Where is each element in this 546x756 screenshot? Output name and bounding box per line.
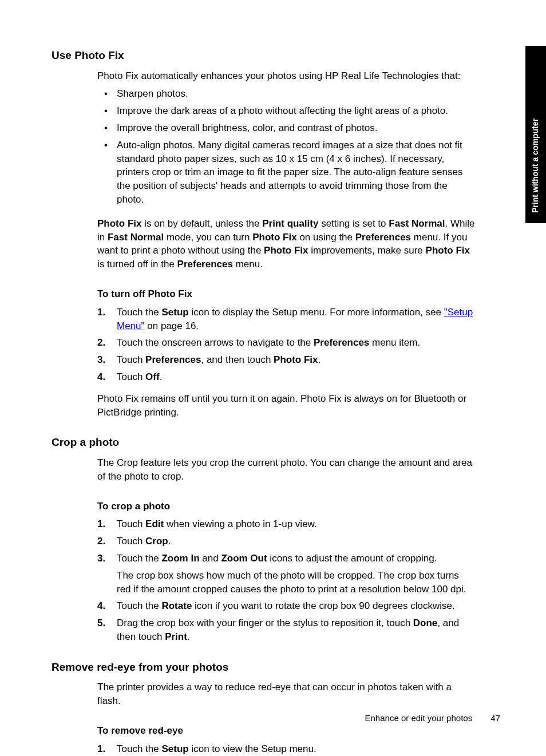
section-crop-photo: Crop a photo The Crop feature lets you c… — [52, 435, 475, 643]
subhead-to-remove-redeye: To remove red-eye — [97, 724, 475, 738]
page-content: Use Photo Fix Photo Fix automatically en… — [0, 0, 509, 756]
step-item: Drag the crop box with your finger or th… — [97, 616, 475, 644]
step-item: Touch the Setup icon to display the Setu… — [97, 306, 475, 333]
photofix-steps: Touch the Setup icon to display the Setu… — [97, 306, 475, 384]
list-item: Auto-align photos. Many digital cameras … — [97, 138, 475, 207]
step-item: Touch the onscreen arrows to navigate to… — [97, 336, 475, 350]
step-item: Touch Edit when viewing a photo in 1-up … — [97, 517, 475, 531]
list-item: Improve the overall brightness, color, a… — [97, 121, 475, 135]
photofix-remains-off-note: Photo Fix remains off until you turn it … — [97, 392, 475, 419]
step-item: Touch Preferences, and then touch Photo … — [97, 353, 475, 367]
subhead-to-crop: To crop a photo — [97, 500, 475, 513]
subhead-turn-off-photofix: To turn off Photo Fix — [97, 287, 475, 301]
step-item: Touch Crop. — [97, 535, 475, 548]
footer-page-number: 47 — [490, 713, 500, 723]
page-footer: Enhance or edit your photos 47 — [365, 712, 500, 724]
step-item: Touch Off. — [97, 370, 475, 384]
photofix-default-note: Photo Fix is on by default, unless the P… — [97, 217, 475, 271]
crop-box-note: The crop box shows how much of the photo… — [117, 569, 475, 596]
chapter-tab: Print without a computer — [525, 46, 546, 223]
step-item: Touch the Zoom In and Zoom Out icons to … — [97, 552, 475, 596]
section-use-photo-fix: Use Photo Fix Photo Fix automatically en… — [52, 48, 475, 419]
crop-steps: Touch Edit when viewing a photo in 1-up … — [97, 517, 475, 643]
crop-intro: The Crop feature lets you crop the curre… — [97, 456, 475, 484]
heading-crop-photo: Crop a photo — [52, 435, 475, 450]
heading-remove-redeye: Remove red-eye from your photos — [52, 660, 475, 675]
step-item: Touch the Setup icon to view the Setup m… — [97, 742, 475, 756]
redeye-steps: Touch the Setup icon to view the Setup m… — [97, 742, 475, 756]
photofix-bullet-list: Sharpen photos. Improve the dark areas o… — [97, 87, 475, 206]
photofix-intro: Photo Fix automatically enhances your ph… — [97, 69, 475, 83]
section-remove-redeye: Remove red-eye from your photos The prin… — [52, 660, 475, 756]
step-item: Touch the Rotate icon if you want to rot… — [97, 599, 475, 613]
list-item: Sharpen photos. — [97, 87, 475, 101]
footer-title: Enhance or edit your photos — [365, 713, 473, 723]
heading-use-photo-fix: Use Photo Fix — [52, 48, 475, 64]
list-item: Improve the dark areas of a photo withou… — [97, 104, 475, 118]
redeye-intro: The printer provides a way to reduce red… — [97, 680, 475, 708]
